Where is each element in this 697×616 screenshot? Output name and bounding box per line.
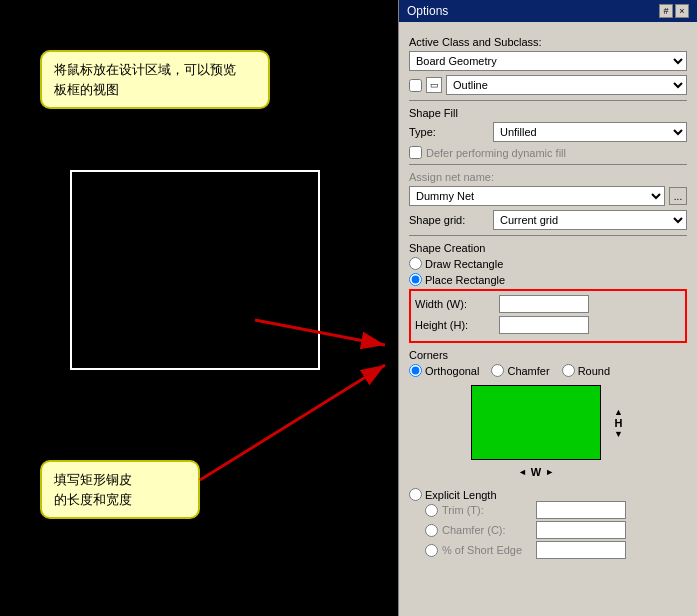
orthogonal-label: Orthogonal [425,365,479,377]
chamfer-c-input[interactable]: 14.10000 [536,521,626,539]
diagram-container: ▲ H ▼ ◄ W ► [409,385,687,480]
orthogonal-radio[interactable] [409,364,422,377]
orthogonal-item: Orthogonal [409,364,479,377]
svg-line-2 [200,365,385,480]
net-row: Dummy Net ... [409,186,687,206]
preview-rectangle [70,170,320,370]
short-edge-input[interactable]: 10.00 [536,541,626,559]
dimension-fields: Width (W): 100.00000 Height (H): 100.000… [409,289,687,343]
trim-radio[interactable] [425,504,438,517]
explicit-length-item: Explicit Length [409,488,687,501]
type-label: Type: [409,126,489,138]
trim-row: Trim (T): 10.00000 [409,501,687,519]
outline-box: ▭ Outline [426,75,687,95]
panel-titlebar: Options # × [399,0,697,22]
panel-body: Active Class and Subclass: Board Geometr… [399,22,697,616]
height-row: Height (H): 100.00000 [415,316,681,334]
subclass-checkbox[interactable] [409,79,422,92]
width-label: Width (W): [415,298,495,310]
place-rectangle-row: Place Rectangle [409,273,687,286]
panel-title: Options [407,4,448,18]
explicit-length-label: Explicit Length [425,489,497,501]
corners-label: Corners [409,349,687,361]
active-class-row: Board Geometry [409,51,687,71]
explicit-length-section: Explicit Length Trim (T): 10.00000 Chamf… [409,488,687,559]
short-edge-row: % of Short Edge 10.00 [409,541,687,559]
defer-fill-checkbox[interactable] [409,146,422,159]
chamfer-c-row: Chamfer (C): 14.10000 [409,521,687,539]
chamfer-c-radio[interactable] [425,524,438,537]
options-panel: Options # × Active Class and Subclass: B… [398,0,697,616]
shape-grid-row: Shape grid: Current grid [409,210,687,230]
active-class-label: Active Class and Subclass: [409,36,687,48]
trim-label: Trim (T): [442,504,532,516]
round-radio[interactable] [562,364,575,377]
width-row: Width (W): 100.00000 [415,295,681,313]
active-class-select[interactable]: Board Geometry [409,51,687,71]
assign-net-label: Assign net name: [409,171,687,183]
shape-grid-select[interactable]: Current grid [493,210,687,230]
net-browse-button[interactable]: ... [669,187,687,205]
pin-button[interactable]: # [659,4,673,18]
shape-fill-label: Shape Fill [409,107,687,119]
defer-fill-row: Defer performing dynamic fill [409,146,687,159]
defer-fill-label: Defer performing dynamic fill [426,147,566,159]
draw-rectangle-radio[interactable] [409,257,422,270]
diagram-green-rect [471,385,601,460]
type-row: Type: Unfilled [409,122,687,142]
shape-creation-label: Shape Creation [409,242,687,254]
tooltip-dimensions: 填写矩形铜皮 的长度和宽度 [40,460,200,519]
draw-rectangle-row: Draw Rectangle [409,257,687,270]
outline-icon: ▭ [426,77,442,93]
trim-input[interactable]: 10.00000 [536,501,626,519]
design-area: 将鼠标放在设计区域，可以预览 板框的视图 填写矩形铜皮 的长度和宽度 [0,0,398,616]
corners-radio-row: Orthogonal Chamfer Round [409,364,687,377]
corners-section: Corners Orthogonal Chamfer Round [409,349,687,377]
height-input[interactable]: 100.00000 [499,316,589,334]
shape-grid-label: Shape grid: [409,214,489,226]
place-rectangle-label: Place Rectangle [425,274,505,286]
subclass-select[interactable]: Outline [446,75,687,95]
h-label: H [615,417,623,429]
chamfer-item: Chamfer [491,364,549,377]
chamfer-label: Chamfer [507,365,549,377]
close-button[interactable]: × [675,4,689,18]
chamfer-radio[interactable] [491,364,504,377]
round-item: Round [562,364,610,377]
net-select[interactable]: Dummy Net [409,186,665,206]
short-edge-radio[interactable] [425,544,438,557]
short-edge-label: % of Short Edge [442,544,532,556]
subclass-row: ▭ Outline [409,75,687,95]
draw-rectangle-label: Draw Rectangle [425,258,503,270]
w-label: W [531,466,541,478]
titlebar-buttons: # × [659,4,689,18]
chamfer-c-label: Chamfer (C): [442,524,532,536]
tooltip-preview: 将鼠标放在设计区域，可以预览 板框的视图 [40,50,270,109]
round-label: Round [578,365,610,377]
place-rectangle-radio[interactable] [409,273,422,286]
type-select[interactable]: Unfilled [493,122,687,142]
height-label: Height (H): [415,319,495,331]
width-input[interactable]: 100.00000 [499,295,589,313]
explicit-length-radio[interactable] [409,488,422,501]
